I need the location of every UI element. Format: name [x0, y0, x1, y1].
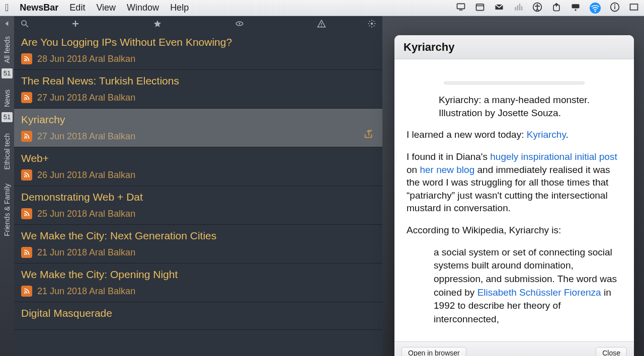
article-paragraph: I found it in Diana's hugely inspiration… [407, 150, 622, 215]
rss-icon [21, 247, 32, 258]
mark-read-button[interactable] [198, 19, 280, 28]
svg-rect-16 [614, 6, 615, 9]
feed-item[interactable]: Demonstrating Web + Dat25 Jun 2018 Aral … [14, 186, 382, 225]
close-button[interactable]: Close [596, 347, 627, 357]
feed-title: Digital Masquerade [21, 307, 375, 319]
svg-point-30 [24, 215, 26, 216]
info-icon[interactable] [610, 2, 620, 14]
svg-point-29 [24, 176, 26, 177]
macos-menu-bar:  NewsBar Edit View Window Help [0, 0, 644, 16]
external-link-icon[interactable] [551, 2, 561, 14]
feed-title: Demonstrating Web + Dat [21, 191, 375, 203]
svg-rect-0 [457, 4, 465, 9]
svg-point-13 [575, 9, 576, 11]
popover-body: Kyriarchy: a many-headed monster. Illust… [394, 59, 634, 341]
alerts-button[interactable] [280, 19, 362, 28]
svg-rect-1 [459, 10, 463, 11]
feed-title: Kyriarchy [21, 114, 375, 126]
rss-icon [21, 53, 32, 64]
svg-rect-18 [630, 4, 638, 10]
rss-icon [21, 286, 32, 297]
feed-item[interactable]: Kyriarchy27 Jun 2018 Aral Balkan [14, 109, 382, 147]
settings-button[interactable] [362, 19, 382, 28]
svg-rect-7 [519, 4, 521, 10]
svg-point-28 [24, 137, 26, 139]
collapse-rail-button[interactable] [0, 16, 14, 31]
menu-help[interactable]: Help [170, 3, 189, 13]
svg-point-10 [536, 4, 538, 6]
article-paragraph: According to Wikipedia, Kyriarchy is: [407, 224, 622, 237]
rail-tab-friends-family[interactable]: Friends & Family [0, 179, 14, 242]
svg-rect-12 [572, 4, 580, 8]
wifi-icon[interactable] [590, 3, 601, 14]
menu-view[interactable]: View [96, 3, 116, 13]
svg-point-27 [24, 99, 26, 100]
feed-sub: 27 Jun 2018 Aral Balkan [37, 93, 135, 103]
svg-rect-2 [476, 4, 484, 11]
equalizer-icon[interactable] [513, 2, 523, 14]
feed-title: We Make the City: Next Generation Cities [21, 230, 375, 242]
rss-icon [21, 92, 32, 103]
calendar-icon[interactable] [475, 2, 485, 14]
rail-count: 51 [2, 68, 13, 78]
svg-point-19 [22, 21, 26, 25]
category-rail: All feeds 51 News 51 Ethical tech Friend… [0, 16, 14, 356]
feed-sub: 27 Jun 2018 Aral Balkan [37, 131, 135, 142]
feed-title: We Make the City: Opening Night [21, 269, 375, 281]
rail-tab-all-feeds[interactable]: All feeds 51 [0, 31, 14, 81]
feed-title: Web+ [21, 152, 375, 164]
svg-rect-6 [517, 5, 519, 10]
search-button[interactable] [14, 19, 34, 28]
popover-footer: Open in browser Close [394, 341, 634, 356]
feed-item[interactable]: We Make the City: Next Generation Cities… [14, 225, 382, 263]
rail-tab-ethical-tech[interactable]: Ethical tech [0, 128, 14, 175]
feed-sub: 25 Jun 2018 Aral Balkan [37, 209, 135, 219]
svg-point-17 [614, 4, 616, 6]
fiorenza-link[interactable]: Elisabeth Schüssler Fiorenza [477, 287, 601, 298]
menu-window[interactable]: Window [127, 3, 159, 13]
menu-edit[interactable]: Edit [69, 3, 85, 13]
feed-sub: 28 Jun 2018 Aral Balkan [37, 54, 135, 64]
apple-menu-icon[interactable]:  [5, 2, 9, 14]
svg-point-25 [371, 23, 373, 25]
feed-toolbar [14, 16, 382, 31]
rail-label: All feeds [3, 33, 11, 66]
svg-point-32 [24, 292, 26, 294]
feed-item[interactable]: Web+26 Jun 2018 Aral Balkan [14, 147, 382, 186]
feed-title: Are You Logging IPs Without Even Knowing… [21, 36, 375, 48]
svg-point-26 [24, 60, 26, 61]
feed-item[interactable]: Are You Logging IPs Without Even Knowing… [14, 31, 382, 70]
popover-title: Kyriarchy [404, 41, 455, 54]
rss-icon [21, 131, 32, 142]
svg-point-14 [595, 11, 596, 12]
svg-point-31 [24, 253, 26, 255]
svg-rect-5 [515, 7, 516, 11]
rail-tab-news[interactable]: News 51 [0, 84, 14, 125]
svg-line-20 [26, 25, 28, 27]
screen-icon[interactable] [571, 2, 581, 14]
display-icon[interactable] [456, 2, 466, 14]
feed-item[interactable]: Digital Masquerade [14, 302, 382, 330]
add-feed-button[interactable] [34, 19, 116, 28]
feed-item[interactable]: The Real News: Turkish Elections27 Jun 2… [14, 70, 382, 109]
app-name[interactable]: NewsBar [20, 3, 58, 13]
mail-icon[interactable] [494, 2, 504, 14]
share-icon[interactable] [363, 129, 374, 140]
svg-rect-8 [521, 6, 523, 10]
favorite-button[interactable] [116, 19, 198, 28]
menu-extra-icon[interactable] [629, 2, 639, 14]
illustration-placeholder [444, 81, 585, 84]
open-in-browser-button[interactable]: Open in browser [401, 347, 466, 357]
illustration-caption: Kyriarchy: a many-headed monster. Illust… [439, 94, 590, 119]
kyriarchy-link[interactable]: Kyriarchy [527, 129, 566, 140]
rss-icon [21, 169, 32, 181]
svg-point-22 [238, 23, 240, 25]
rail-label: News [3, 86, 11, 110]
svg-rect-23 [321, 23, 322, 25]
feed-item[interactable]: We Make the City: Opening Night21 Jun 20… [14, 263, 382, 302]
rail-label: Ethical tech [3, 130, 11, 172]
accessibility-icon[interactable] [532, 2, 542, 14]
new-blog-link[interactable]: her new blog [420, 164, 474, 175]
feed-panel: Are You Logging IPs Without Even Knowing… [14, 16, 382, 356]
initial-post-link[interactable]: hugely inspirational initial post [490, 151, 617, 162]
